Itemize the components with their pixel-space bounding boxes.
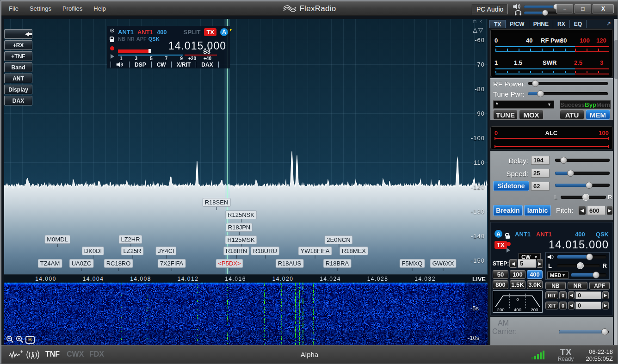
xit-decrement-button[interactable]: ◀ (568, 302, 575, 309)
tune-power-slider[interactable] (528, 90, 608, 97)
spot-TZ4AM[interactable]: TZ4AM (38, 259, 62, 268)
collapse-sidebar-button[interactable] (4, 29, 32, 39)
frequency-axis[interactable]: 14.00014.00414.00814.01214.01614.02014.0… (4, 274, 488, 283)
slice-volume-slider[interactable] (557, 253, 606, 260)
rit-offset[interactable]: 0 (559, 291, 567, 299)
indicator-apf[interactable]: APF (136, 36, 147, 42)
flag-tab-dax[interactable]: DAX (196, 62, 218, 68)
zoom-out-icon[interactable] (6, 335, 14, 344)
mox-button[interactable]: MOX (519, 110, 544, 120)
step-increment-button[interactable]: ▶ (537, 259, 543, 268)
step-decrement-button[interactable]: ◀ (509, 259, 517, 268)
minimize-button[interactable]: – (556, 4, 573, 13)
atu-button[interactable]: ATU (560, 110, 584, 120)
popout-icon[interactable]: ↗ (606, 20, 611, 27)
filter-800[interactable]: 800 (493, 280, 508, 289)
rit-input[interactable]: 0 (575, 291, 601, 299)
slice-tx-badge[interactable]: TX (494, 241, 507, 249)
breakin-button[interactable]: Breakin (493, 205, 523, 216)
unlock-icon[interactable] (506, 235, 510, 239)
filter-100[interactable]: 100 (510, 270, 525, 279)
delay-slider[interactable] (555, 157, 610, 164)
mem-button[interactable]: MEM (586, 110, 610, 120)
sidetone-button[interactable]: Sidetone (493, 181, 529, 191)
flag-tab-cw[interactable]: CW (152, 62, 171, 68)
nr-button[interactable]: NR (568, 282, 588, 290)
slice-letter-badge[interactable]: A (220, 28, 228, 36)
headphone-volume-slider[interactable] (524, 10, 557, 16)
slice-tx-antenna[interactable]: ANT1 (536, 231, 552, 238)
spot-R18MEX[interactable]: R18MEX (340, 247, 368, 255)
pitch-input[interactable]: 600 (587, 206, 606, 215)
unlock-icon[interactable] (110, 39, 114, 42)
scrollbar-thumb[interactable] (614, 40, 618, 79)
close-button[interactable]: X (593, 4, 614, 13)
spot-R18IRN[interactable]: R18IRN (223, 247, 249, 255)
sidebar-button-dax[interactable]: DAX (4, 96, 32, 105)
spot-LZ25R[interactable]: LZ25R (121, 247, 143, 255)
agc-dropdown[interactable]: MED▼ (547, 271, 569, 279)
spot-R18SEN[interactable]: R18SEN (203, 198, 231, 207)
rit-button[interactable]: RIT (545, 291, 558, 299)
panel-tab-p-cw[interactable]: P/CW (506, 20, 529, 28)
panel-tab-eq[interactable]: EQ (570, 20, 587, 28)
flag-tx-antenna[interactable]: ANT1 (137, 29, 153, 36)
filter-400[interactable]: 400 (527, 270, 543, 279)
maximize-button[interactable]: □ (575, 4, 591, 13)
spot-R125NSK[interactable]: R125NSK (225, 210, 257, 219)
record-icon[interactable] (110, 46, 114, 50)
speed-input[interactable]: 25 (531, 169, 550, 178)
slice-pan-slider[interactable] (557, 262, 600, 269)
panel-tab-tx[interactable]: TX (489, 20, 506, 28)
zoom-in-icon[interactable] (16, 335, 24, 344)
menu-file[interactable]: File (9, 5, 19, 12)
spot-UA0ZC[interactable]: UA0ZC (69, 259, 94, 268)
slice-frequency[interactable]: 14.015.000 (515, 238, 609, 251)
sidebar-button-tnf[interactable]: +TNF (4, 51, 32, 61)
menu-settings[interactable]: Settings (30, 5, 51, 12)
sidetone-slider[interactable] (555, 182, 610, 189)
spot-JY4CI[interactable]: JY4CI (155, 247, 176, 255)
qsk-indicator[interactable]: QSK (148, 36, 160, 42)
spot-DK0DI[interactable]: DK0DI (82, 247, 104, 255)
band-up-down-icons[interactable]: △▽ (473, 26, 484, 33)
flag-audio-tab[interactable] (111, 62, 129, 68)
sidebar-button-display[interactable]: Display (4, 85, 32, 94)
flag-frequency[interactable]: 14.015.000 (168, 40, 226, 52)
panadapter-window-controls[interactable]: □ × (473, 19, 483, 24)
pitch-decrement-button[interactable]: ◀ (578, 206, 586, 215)
rf-power-slider[interactable] (528, 80, 608, 87)
pitch-increment-button[interactable]: ▶ (606, 206, 613, 215)
slice-qsk[interactable]: QSK (596, 231, 609, 238)
spot-R18BRA[interactable]: R18BRA (323, 259, 352, 268)
spot-M0MDL[interactable]: M0MDL (44, 235, 70, 244)
spot-YW18FIFA[interactable]: YW18FIFA (298, 247, 332, 255)
tune-button[interactable]: TUNE (493, 110, 518, 120)
right-panel-scrollbar[interactable] (614, 19, 618, 345)
spot-RC18RO[interactable]: RC18RO (104, 259, 133, 268)
sidebar-button-ant[interactable]: ANT (4, 74, 32, 83)
spot-LZ2HR[interactable]: LZ2HR (118, 235, 142, 244)
xit-button[interactable]: XIT (545, 302, 558, 309)
menu-profiles[interactable]: Profiles (62, 5, 82, 12)
xit-offset[interactable]: 0 (559, 302, 567, 309)
spot-GW6XX[interactable]: GW6XX (430, 259, 457, 268)
slice-rx-antenna[interactable]: ANT1 (515, 231, 531, 238)
step-input[interactable]: 5 (518, 259, 536, 268)
flag-tx-badge[interactable]: TX (204, 28, 216, 36)
spot-R125MSK[interactable]: R125MSK (225, 235, 257, 244)
spot-R18AUS[interactable]: R18AUS (276, 259, 304, 268)
sidetone-input[interactable]: 62 (531, 182, 550, 191)
profile-dropdown[interactable]: *▼ (493, 100, 554, 109)
split-button[interactable]: SPLIT (184, 29, 201, 36)
panel-tab-phne[interactable]: PHNE (529, 20, 553, 28)
spot-R18URU[interactable]: R18URU (251, 247, 279, 255)
speed-slider[interactable] (555, 170, 610, 177)
filter-3.0k[interactable]: 3.0K (527, 280, 543, 289)
play-icon[interactable] (507, 248, 510, 253)
spot-R18JPN[interactable]: R18JPN (226, 223, 253, 232)
menu-help[interactable]: Help (93, 5, 106, 12)
spot-P5DX[interactable]: <P5DX> (216, 259, 243, 268)
indicator-nb[interactable]: NB (118, 36, 125, 42)
flag-power[interactable]: 400 (157, 29, 167, 36)
